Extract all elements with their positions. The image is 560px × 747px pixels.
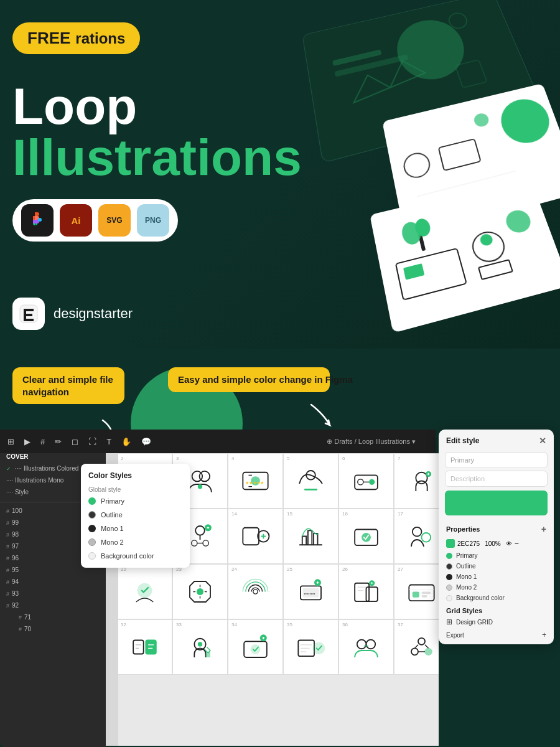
svg-point-43 (203, 540, 208, 546)
add-export-icon[interactable]: + (542, 631, 546, 639)
layer-93[interactable]: # 93 (0, 588, 106, 599)
layer-94[interactable]: # 94 (0, 576, 106, 588)
svg-point-25 (198, 484, 202, 489)
svg-point-0 (390, 14, 473, 87)
global-style-label: Global style (81, 485, 190, 494)
cs-primary[interactable]: Primary (81, 494, 190, 508)
svg-point-78 (411, 648, 418, 655)
top-section: FREE rations Loop Illustrations Ai (0, 0, 560, 349)
title-area: Loop Illustrations (12, 81, 302, 183)
hand-tool-icon[interactable]: ✋ (121, 437, 131, 446)
edit-style-panel: Edit style ✕ Primary Description Propert… (439, 430, 554, 644)
free-badge: FREE rations (12, 22, 140, 54)
svg-rect-69 (206, 652, 210, 657)
canvas-cell-22: 22 (117, 564, 172, 619)
svg-point-24 (200, 471, 210, 482)
figma-menu-icon: ⊞ (7, 437, 14, 446)
pen-tool-icon[interactable]: ✏ (55, 437, 62, 446)
frame-tool-icon[interactable]: # (40, 437, 45, 446)
cs-mono1[interactable]: Mono 1 (81, 522, 190, 535)
figma-path: ⊕ Drafts / Loop Illustrations ▾ (327, 438, 416, 446)
expert-row: Export + (439, 628, 554, 644)
bottom-section: Clear and simple file navigation Easy an… (0, 349, 560, 747)
canvas-cell-24: 24 (228, 564, 283, 619)
canvas-cell-34: 34 (228, 619, 283, 675)
illustrations-title: Illustrations (12, 132, 302, 183)
svg-point-6 (402, 151, 432, 180)
svg-rect-7 (439, 139, 481, 171)
comment-tool-icon[interactable]: 💬 (141, 437, 151, 446)
cs-background[interactable]: Background color (81, 549, 190, 563)
chevron-down-icon: ▾ (412, 438, 416, 445)
png-badge: PNG (137, 204, 169, 237)
color-box[interactable] (446, 539, 455, 548)
opacity-value: 100% (485, 540, 501, 547)
canvas-cell-6: 6 (338, 453, 394, 509)
properties-section: Properties + (439, 519, 554, 537)
image-tool-icon[interactable]: ⛶ (88, 437, 96, 446)
svg-text:••••••••: •••••••• (304, 591, 315, 596)
ep-mono1[interactable]: Mono 1 (439, 571, 554, 582)
ep-mono2[interactable]: Mono 2 (439, 582, 554, 593)
svg-point-77 (418, 638, 425, 645)
canvas-cell-33: 33 (172, 619, 228, 675)
canvas-cell-35: 35 (283, 619, 338, 675)
svg-point-68 (198, 642, 202, 646)
rations-text: rations (75, 30, 125, 47)
primary-field[interactable]: Primary (445, 452, 548, 468)
svg-rect-62 (413, 592, 419, 598)
loop-title: Loop (12, 81, 302, 132)
add-property-icon[interactable]: + (541, 524, 546, 534)
description-field[interactable]: Description (445, 471, 548, 487)
hex-value: 2EC275 (457, 540, 480, 547)
svg-rect-11 (403, 263, 424, 280)
svg-point-76 (366, 640, 376, 649)
canvas-cell-36: 36 (338, 619, 394, 675)
layer-71[interactable]: # 71 (12, 611, 106, 623)
layer-70[interactable]: # 70 (12, 623, 106, 635)
select-tool-icon[interactable]: ▶ (24, 437, 30, 446)
svg-point-75 (357, 640, 366, 649)
ep-outline[interactable]: Outline (439, 561, 554, 571)
cs-mono2[interactable]: Mono 2 (81, 535, 190, 549)
cs-outline[interactable]: Outline (81, 508, 190, 522)
edit-panel-header: Edit style ✕ (439, 430, 554, 449)
svg-point-32 (369, 479, 375, 485)
canvas-cell-26: 26 (338, 564, 394, 619)
svg-badge: SVG (98, 204, 131, 237)
edit-style-title: Edit style (446, 436, 479, 445)
minus-icon[interactable]: − (515, 539, 519, 548)
shapes-tool-icon[interactable]: ◻ (72, 437, 78, 446)
annotation-center: Easy and simple color change in Figma (168, 367, 330, 392)
canvas-cell-37: 37 (394, 619, 439, 675)
layer-92[interactable]: # 92 (0, 599, 106, 611)
svg-rect-14 (478, 260, 513, 280)
svg-rect-45 (243, 528, 259, 545)
ep-background[interactable]: Background color (439, 593, 554, 603)
brand-name-text: designstarter (54, 306, 133, 322)
annotation-left: Clear and simple file navigation (12, 367, 124, 404)
svg-point-50 (422, 533, 431, 542)
color-styles-popup: Color Styles Global style Primary Outlin… (81, 464, 190, 568)
ep-primary[interactable]: Primary (439, 550, 554, 561)
svg-point-74 (313, 642, 324, 654)
figma-path-icon: ⊕ (327, 438, 332, 445)
svg-rect-66 (146, 641, 156, 654)
color-swatch[interactable] (445, 491, 548, 515)
canvas-cell-23: 23 (172, 564, 228, 619)
canvas-cell-5: 5 (283, 453, 338, 509)
close-icon[interactable]: ✕ (539, 436, 546, 446)
eye-icon[interactable]: 👁 (506, 540, 512, 547)
grid-row[interactable]: ⊞ Design GRID (439, 616, 554, 628)
free-text: FREE (27, 29, 70, 48)
canvas-cell-27: 27 (394, 564, 439, 619)
canvas-cell-14: 14 (228, 509, 283, 564)
svg-rect-65 (133, 641, 144, 654)
canvas-cell-4: 4 ★★★★★ (228, 453, 283, 509)
svg-rect-63 (422, 592, 431, 594)
canvas-cell-17: 17 (394, 509, 439, 564)
arrow-center (305, 402, 336, 433)
ai-badge: Ai (60, 204, 92, 237)
text-tool-icon[interactable]: T (106, 437, 111, 446)
svg-point-71 (251, 645, 260, 654)
